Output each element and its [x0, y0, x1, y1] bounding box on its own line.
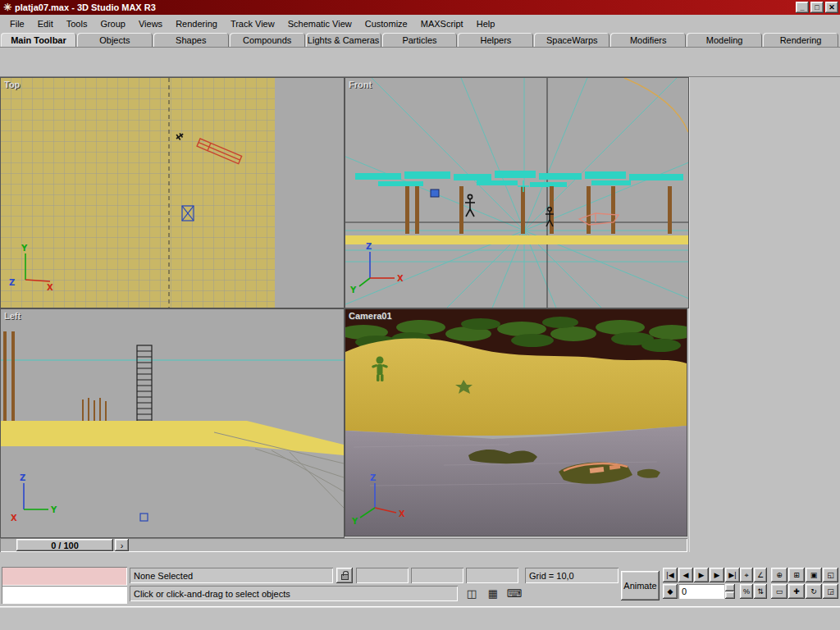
lock-selection-button[interactable] [336, 568, 353, 583]
svg-text:X: X [397, 274, 404, 283]
current-time-field[interactable]: 0 [678, 584, 724, 599]
tab-modifiers[interactable]: Modifiers [610, 33, 686, 47]
camera-viewport-canvas[interactable]: Z Y X [345, 309, 687, 536]
viewport-camera[interactable]: Z Y X Camera01 [345, 309, 687, 536]
menu-group[interactable]: Group [94, 16, 132, 31]
coordinate-z-field [466, 568, 518, 583]
grid-size-readout: Grid = 10,0 [525, 568, 619, 583]
viewport-left[interactable]: Z Y X Left [1, 309, 344, 537]
region-zoom-button[interactable]: ▭ [771, 584, 788, 599]
key-mode-button[interactable]: ◆ [663, 584, 678, 599]
app-icon: ✳ [3, 2, 11, 13]
viewport-top[interactable]: Y Z X Top [1, 78, 344, 308]
tab-particles[interactable]: Particles [382, 33, 458, 47]
maxscript-listener-white-row[interactable] [2, 586, 127, 604]
menu-maxscript[interactable]: MAXScript [414, 16, 470, 31]
keyboard-entry-button[interactable]: ⌨ [505, 586, 523, 601]
main-toolbar: ? ↶ ↷ ∞ ⊘ ≈ ↖ ▢ All ▼ ≡ + ↻ ▣ View ▼ ◉ X… [0, 48, 840, 77]
menu-views[interactable]: Views [132, 16, 169, 31]
zoom-button[interactable]: ⊕ [771, 568, 788, 582]
water-camera [345, 426, 687, 536]
pan-button[interactable]: ✚ [788, 584, 805, 599]
snap-toggle-button[interactable]: ⌖ [740, 568, 753, 582]
svg-text:X: X [11, 514, 17, 523]
next-frame-button[interactable]: ▶ [710, 568, 724, 582]
viewport-label-front[interactable]: Front [349, 80, 372, 89]
time-spinner-down[interactable] [725, 591, 735, 599]
svg-text:X: X [47, 283, 53, 292]
svg-text:Z: Z [20, 473, 25, 482]
svg-text:Y: Y [351, 517, 358, 526]
maximize-button[interactable]: □ [810, 2, 824, 13]
svg-text:Z: Z [9, 278, 15, 287]
viewport-label-left[interactable]: Left [4, 311, 21, 321]
svg-text:Z: Z [370, 473, 376, 482]
percent-snap-button[interactable]: % [740, 584, 753, 599]
zoom-extents-button[interactable]: ▣ [806, 568, 822, 582]
command-panel: ↖ ◠ ⊞ ◎ ▤ ⚒ ● ∿ ☀ ◉ + ≈ ⚙ Standard Primi… [689, 77, 840, 566]
menu-file[interactable]: File [3, 16, 31, 31]
top-viewport-canvas[interactable]: Y Z X [1, 78, 344, 308]
coordinate-x-field [356, 568, 409, 583]
go-to-end-button[interactable]: ▶| [725, 568, 740, 582]
application-window: ✳ platja07.max - 3D Studio MAX R3 _ □ ✕ … [0, 0, 840, 630]
viewport-label-top[interactable]: Top [4, 80, 20, 89]
tab-spacewarps[interactable]: SpaceWarps [534, 33, 609, 47]
tab-modeling[interactable]: Modeling [687, 33, 762, 47]
title-bar[interactable]: ✳ platja07.max - 3D Studio MAX R3 _ □ ✕ [0, 0, 840, 15]
tab-rendering[interactable]: Rendering [763, 33, 838, 47]
left-viewport-canvas[interactable]: Z Y X [1, 309, 344, 537]
menu-help[interactable]: Help [470, 16, 502, 31]
menu-customize[interactable]: Customize [358, 16, 414, 31]
zoom-all-button[interactable]: ⊞ [788, 568, 805, 582]
lock-icon [341, 574, 349, 580]
menu-schematic-view[interactable]: Schematic View [281, 16, 358, 31]
coordinate-y-field [411, 568, 463, 583]
viewport-label-camera[interactable]: Camera01 [349, 311, 392, 321]
menu-track-view[interactable]: Track View [224, 16, 281, 31]
minimize-button[interactable]: _ [796, 2, 809, 13]
svg-text:Z: Z [366, 242, 372, 251]
degradation-override-button[interactable]: ◫ [463, 586, 481, 601]
crossing-selection-button[interactable]: ▦ [484, 586, 502, 601]
maxscript-listener-pink-row[interactable] [2, 567, 127, 586]
svg-text:Y: Y [21, 244, 28, 253]
front-viewport-canvas[interactable]: Z X Y [345, 78, 688, 308]
animate-button[interactable]: Animate [621, 571, 660, 600]
viewport-front[interactable]: Z X Y Front [345, 78, 688, 308]
close-button[interactable]: ✕ [825, 2, 838, 13]
tab-helpers[interactable]: Helpers [458, 33, 533, 47]
time-spinner-up[interactable] [725, 584, 735, 591]
spinner-snap-button[interactable]: ⇅ [754, 584, 767, 599]
log-object-camera [468, 450, 537, 463]
toolbar-tab-bar: Main Toolbar Objects Shapes Compounds Li… [0, 32, 840, 48]
window-title: platja07.max - 3D Studio MAX R3 [15, 2, 796, 12]
min-max-toggle-button[interactable]: ◲ [823, 584, 838, 599]
svg-text:X: X [399, 509, 405, 518]
arc-rotate-button[interactable]: ↻ [806, 584, 822, 599]
play-button[interactable]: ▶ [694, 568, 709, 582]
helper-box-front [431, 189, 439, 197]
menu-tools[interactable]: Tools [60, 16, 94, 31]
tab-shapes[interactable]: Shapes [153, 33, 229, 47]
time-slider-thumb[interactable]: 0 / 100 [16, 539, 113, 551]
svg-text:Y: Y [50, 505, 57, 514]
tab-compounds[interactable]: Compounds [230, 33, 305, 47]
menu-bar: File Edit Tools Group Views Rendering Tr… [0, 15, 840, 32]
menu-rendering[interactable]: Rendering [169, 16, 224, 31]
prompt-line-field: Click or click-and-drag to select object… [130, 586, 458, 601]
time-slider-next-button[interactable]: › [115, 539, 129, 551]
svg-text:Y: Y [349, 285, 357, 294]
selection-status-field: None Selected [130, 568, 333, 583]
tab-objects[interactable]: Objects [77, 33, 153, 47]
windows-taskbar: Inicio ▤ ✉ e ✎ ◍ Bcn 3D Bcn 3D Windows C… [0, 607, 840, 630]
zoom-extents-all-button[interactable]: ◱ [823, 568, 838, 582]
sand-band-front [345, 235, 688, 244]
angle-snap-button[interactable]: ∠ [754, 568, 767, 582]
tab-lights-cameras[interactable]: Lights & Cameras [306, 33, 381, 47]
menu-edit[interactable]: Edit [31, 16, 60, 31]
go-to-start-button[interactable]: |◀ [663, 568, 678, 582]
tab-main-toolbar[interactable]: Main Toolbar [1, 33, 76, 47]
previous-frame-button[interactable]: ◀ [678, 568, 693, 582]
